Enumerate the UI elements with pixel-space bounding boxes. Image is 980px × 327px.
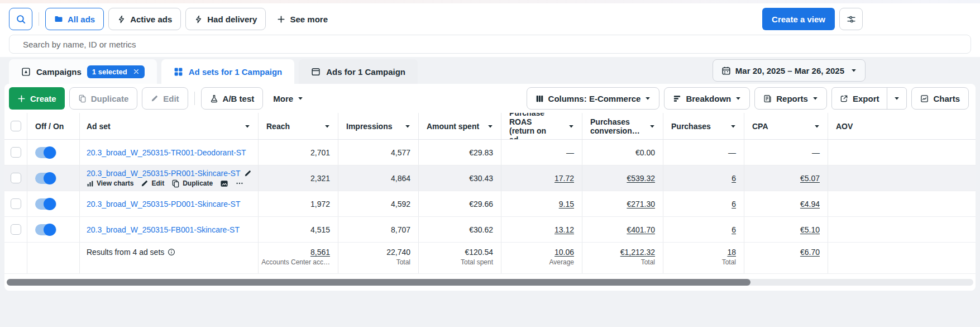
cell-value[interactable]: €539.32 <box>627 174 655 183</box>
columns-button[interactable]: Columns: E-Commerce <box>527 87 660 110</box>
footer-value[interactable]: 8,561 <box>310 248 330 257</box>
ad-set-toggle[interactable] <box>35 198 56 210</box>
date-range-picker[interactable]: Mar 20, 2025 – Mar 26, 2025 <box>713 59 866 82</box>
row-action-view-charts[interactable]: View charts <box>87 179 133 187</box>
footer-value[interactable]: €1,212.32 <box>620 248 655 257</box>
column-header-reach[interactable]: Reach <box>258 113 338 139</box>
filter-all-ads[interactable]: All ads <box>45 8 104 30</box>
footer-subtext: Average <box>549 258 574 266</box>
scrollbar-track[interactable] <box>7 279 973 286</box>
cell-value[interactable]: 6 <box>732 174 736 183</box>
row-checkbox[interactable] <box>11 147 21 158</box>
row-action-label: Edit <box>151 179 164 187</box>
cell-value[interactable]: 17.72 <box>554 174 574 183</box>
sort-caret-icon[interactable] <box>321 122 330 131</box>
view-settings-button[interactable] <box>839 8 863 30</box>
tab-ad-sets[interactable]: Ad sets for 1 Campaign <box>161 59 295 84</box>
footer-value[interactable]: €6.70 <box>800 248 820 257</box>
cell-value[interactable]: 13.12 <box>554 225 574 234</box>
column-header-purchases[interactable]: Purchases <box>663 113 744 139</box>
row-action-edit[interactable]: Edit <box>141 179 164 187</box>
cell-value[interactable]: €401.70 <box>627 225 655 234</box>
search-toggle-button[interactable] <box>9 8 32 30</box>
row-checkbox[interactable] <box>11 198 21 209</box>
ad-set-name-link[interactable]: 20.3_broad_W_250315-PD001-Skincare-ST <box>87 200 241 208</box>
see-more-button[interactable]: See more <box>270 8 334 30</box>
create-view-button[interactable]: Create a view <box>762 8 835 30</box>
cell-value[interactable]: €5.10 <box>800 225 820 234</box>
edit-button[interactable]: Edit <box>142 87 188 110</box>
ad-set-toggle[interactable] <box>35 173 56 184</box>
reports-button[interactable]: Reports <box>754 87 827 110</box>
footer-value[interactable]: 10.06 <box>554 248 574 257</box>
filter-label: All ads <box>68 15 95 24</box>
column-header-text: (return on ad… <box>509 126 565 140</box>
sort-caret-icon[interactable] <box>401 122 410 131</box>
row-checkbox[interactable] <box>11 224 21 235</box>
ad-set-toggle[interactable] <box>35 147 56 158</box>
cell-value[interactable]: €271.30 <box>627 200 655 208</box>
breakdown-button[interactable]: Breakdown <box>664 87 750 110</box>
table-row: 20.3_broad_W_250315-FB001-Skincare-ST4,5… <box>4 217 976 243</box>
search-input[interactable] <box>9 35 971 54</box>
more-button[interactable]: More <box>267 87 309 110</box>
cell-cpa: — <box>744 140 828 165</box>
search-icon <box>16 15 26 24</box>
create-button[interactable]: Create <box>9 87 65 110</box>
cell-value[interactable]: 9.15 <box>559 200 574 208</box>
column-header-impressions[interactable]: Impressions <box>338 113 418 139</box>
sort-caret-icon[interactable] <box>727 122 736 131</box>
export-options-button[interactable] <box>887 88 906 109</box>
filter-had-delivery[interactable]: Had delivery <box>185 8 266 30</box>
ab-test-button[interactable]: A/B test <box>201 87 264 110</box>
sort-caret-icon[interactable] <box>241 122 250 131</box>
cell-value: €29.66 <box>469 200 493 208</box>
filter-active-ads[interactable]: Active ads <box>108 8 181 30</box>
row-hover-actions: View chartsEditDuplicate <box>87 179 252 188</box>
cell-spent: €30.43 <box>418 165 501 191</box>
export-button[interactable]: Export <box>832 88 887 109</box>
row-toggle-cell <box>27 165 79 191</box>
select-all-checkbox[interactable] <box>11 121 21 131</box>
cell-roas: — <box>501 140 582 165</box>
ad-set-name-link[interactable]: 20.3_broad_W_250315-PR001-Skincare-ST <box>87 169 241 178</box>
viewcharts-icon <box>87 180 94 187</box>
charts-button[interactable]: Charts <box>911 87 969 110</box>
column-header-conv[interactable]: Purchasesconversion… <box>582 113 663 139</box>
toggle-knob <box>44 198 56 210</box>
footer-value[interactable]: 18 <box>727 248 736 257</box>
cell-value[interactable]: 6 <box>732 225 736 234</box>
reports-label: Reports <box>776 94 808 103</box>
row-checkbox[interactable] <box>11 173 21 183</box>
plus-icon <box>277 15 285 23</box>
row-action-ellipsis[interactable] <box>236 179 243 187</box>
ad-set-name-cell: 20.3_broad_W_250315-PD001-Skincare-ST <box>79 191 258 216</box>
cell-value[interactable]: 6 <box>732 200 736 208</box>
ad-set-toggle[interactable] <box>35 224 56 235</box>
flask-icon <box>210 94 218 103</box>
cell-reach: 1,972 <box>258 191 338 216</box>
close-icon[interactable] <box>133 68 140 75</box>
cell-cpa: €5.07 <box>744 165 828 191</box>
content-card: Create Duplicate Edit A/B test More Colu… <box>4 84 976 291</box>
column-header-cpa[interactable]: CPA <box>744 113 828 139</box>
tab-ads[interactable]: Ads for 1 Campaign <box>299 59 418 84</box>
column-header-name[interactable]: Ad set <box>79 113 258 139</box>
scrollbar-thumb[interactable] <box>7 279 750 286</box>
ad-set-name-link[interactable]: 20.3_broad_W_250315-TR001-Deodorant-ST <box>87 148 246 157</box>
sort-caret-icon[interactable] <box>811 122 820 131</box>
cell-value[interactable]: €4.94 <box>800 200 820 208</box>
sort-caret-icon[interactable] <box>484 122 493 131</box>
cell-aov <box>828 191 976 216</box>
duplicate-button[interactable]: Duplicate <box>69 87 138 110</box>
column-header-spent[interactable]: Amount spent <box>418 113 501 139</box>
tab-campaigns[interactable]: Campaigns 1 selected <box>9 59 157 84</box>
cell-value[interactable]: €5.07 <box>800 174 820 183</box>
sort-caret-icon[interactable] <box>565 122 574 131</box>
row-action-image[interactable] <box>220 179 228 188</box>
table-body: 20.3_broad_W_250315-TR001-Deodorant-ST2,… <box>4 140 976 243</box>
sort-caret-icon[interactable] <box>646 122 655 131</box>
ad-set-name-link[interactable]: 20.3_broad_W_250315-FB001-Skincare-ST <box>87 225 240 234</box>
column-header-roas[interactable]: Purchase ROAS(return on ad… <box>501 113 582 139</box>
row-action-duplicate[interactable]: Duplicate <box>171 179 213 188</box>
